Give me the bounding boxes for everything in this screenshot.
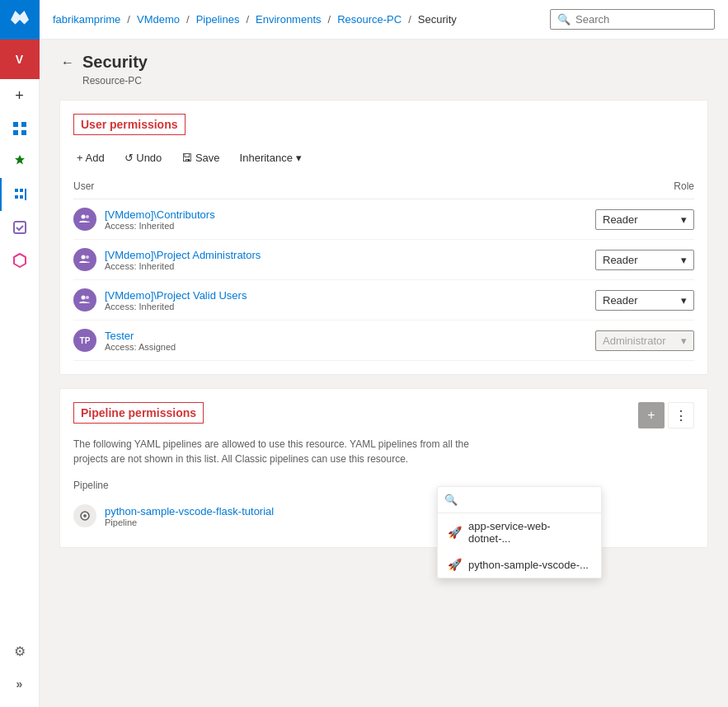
sidebar-item-pipelines[interactable]: [0, 178, 40, 211]
user-access-tester: Access: Assigned: [105, 342, 176, 352]
role-dropdown-tester[interactable]: Administrator ▾: [595, 330, 694, 351]
user-name-valid-users[interactable]: [VMdemo]\Project Valid Users: [105, 289, 247, 302]
breadcrumb-environments[interactable]: Environments: [256, 13, 321, 26]
table-row: TP Tester Access: Assigned Administrator…: [73, 321, 694, 361]
chevron-down-icon: ▾: [681, 335, 687, 347]
pipeline-actions: + ⋮: [638, 402, 694, 428]
table-row: [VMdemo]\Project Administrators Access: …: [73, 240, 694, 280]
breadcrumb-resource-pc[interactable]: Resource-PC: [337, 13, 402, 26]
table-row: [VMdemo]\Project Valid Users Access: Inh…: [73, 280, 694, 321]
user-info-admins: [VMdemo]\Project Administrators Access: …: [105, 249, 261, 271]
chevron-down-icon: ▾: [681, 254, 687, 266]
svg-point-7: [82, 255, 86, 260]
user-permissions-toolbar: + Add ↺ Undo 🖫 Save Inheritance ▾: [73, 148, 694, 167]
breadcrumb-sep-3: /: [246, 13, 249, 26]
undo-label: ↺ Undo: [124, 152, 162, 164]
user-cell-valid-users: [VMdemo]\Project Valid Users Access: Inh…: [73, 288, 247, 311]
page-title: Security: [82, 53, 148, 72]
pipeline-header-left: Pipeline permissions The following YAML …: [73, 402, 469, 476]
sidebar-item-repos[interactable]: [0, 145, 40, 178]
sidebar-item-boards[interactable]: [0, 112, 40, 145]
inheritance-label: Inheritance: [240, 152, 293, 164]
sidebar: V + ⚙ »: [0, 0, 40, 707]
add-label: + Add: [77, 152, 105, 164]
pipeline-type: Pipeline: [105, 517, 274, 527]
back-button[interactable]: ←: [59, 54, 76, 72]
user-info-tester: Tester Access: Assigned: [105, 330, 176, 352]
pipeline-description: The following YAML pipelines are allowed…: [73, 437, 469, 466]
table-row: [VMdemo]\Contributors Access: Inherited …: [73, 199, 694, 240]
save-button[interactable]: 🖫 Save: [178, 148, 223, 167]
chevron-down-icon: ▾: [681, 294, 687, 307]
pipeline-name[interactable]: python-sample-vscode-flask-tutorial: [105, 505, 274, 517]
page-subtitle: Resource-PC: [82, 75, 708, 87]
search-input[interactable]: [575, 13, 707, 26]
svg-rect-1: [13, 130, 18, 135]
user-cell-contributors: [VMdemo]\Contributors Access: Inherited: [73, 208, 215, 231]
breadcrumb-sep-5: /: [408, 13, 411, 26]
search-icon: 🔍: [557, 13, 571, 26]
svg-rect-3: [21, 130, 26, 135]
user-avatar-tester: TP: [73, 329, 96, 352]
sidebar-item-expand[interactable]: »: [0, 667, 40, 700]
role-dropdown-contributors[interactable]: Reader ▾: [595, 209, 694, 230]
breadcrumb-vmdemo[interactable]: VMdemo: [137, 13, 180, 26]
svg-point-8: [86, 255, 89, 259]
svg-point-6: [86, 215, 89, 218]
content-area: ← Security Resource-PC User permissions …: [40, 40, 728, 707]
role-dropdown-valid-users[interactable]: Reader ▾: [595, 290, 694, 311]
main-area: fabrikamprime / VMdemo / Pipelines / Env…: [40, 0, 728, 707]
pipeline-permissions-title: Pipeline permissions: [73, 402, 204, 424]
user-name-tester[interactable]: Tester: [105, 330, 176, 342]
user-avatar[interactable]: V: [0, 40, 40, 79]
sidebar-item-testplans[interactable]: [0, 211, 40, 244]
inheritance-button[interactable]: Inheritance ▾: [237, 148, 305, 167]
svg-point-5: [82, 215, 86, 219]
sidebar-item-artifacts[interactable]: [0, 244, 40, 277]
pipeline-more-button[interactable]: ⋮: [668, 402, 694, 428]
user-permissions-table: User Role [VMdemo]\Contributors Access: …: [73, 177, 694, 361]
user-column-header: User: [73, 180, 94, 192]
pipeline-add-button[interactable]: +: [638, 402, 665, 428]
dropdown-item-2[interactable]: 🚀 python-sample-vscode-...: [438, 551, 601, 578]
dropdown-item-1[interactable]: 🚀 app-service-web-dotnet-...: [438, 513, 601, 551]
table-header: User Role: [73, 177, 694, 199]
user-permissions-card: User permissions + Add ↺ Undo 🖫 Save Inh…: [59, 100, 708, 375]
chevron-down-icon: ▾: [296, 152, 302, 164]
user-cell-admins: [VMdemo]\Project Administrators Access: …: [73, 248, 261, 271]
user-name-contributors[interactable]: [VMdemo]\Contributors: [105, 208, 215, 221]
pipeline-info: python-sample-vscode-flask-tutorial Pipe…: [105, 505, 274, 527]
user-name-admins[interactable]: [VMdemo]\Project Administrators: [105, 249, 261, 261]
pipeline-icon: [73, 504, 96, 527]
save-label: 🖫 Save: [181, 152, 219, 164]
chevron-down-icon: ▾: [681, 213, 687, 226]
role-dropdown-admins[interactable]: Reader ▾: [595, 250, 694, 270]
pipeline-rocket-icon: 🚀: [448, 526, 462, 539]
pipeline-permissions-card: Pipeline permissions The following YAML …: [59, 388, 708, 548]
dropdown-search-input[interactable]: [463, 494, 594, 506]
page-header: ← Security: [59, 53, 708, 72]
svg-rect-4: [14, 222, 26, 233]
search-box[interactable]: 🔍: [550, 9, 715, 30]
svg-rect-2: [21, 122, 26, 127]
user-access-valid-users: Access: Inherited: [105, 302, 247, 311]
user-group-icon: [73, 208, 96, 231]
breadcrumb-sep-2: /: [186, 13, 190, 26]
breadcrumb-fabrikamprime[interactable]: fabrikamprime: [53, 13, 120, 26]
sidebar-item-new[interactable]: +: [0, 79, 40, 112]
breadcrumb-sep-4: /: [328, 13, 331, 26]
user-info-contributors: [VMdemo]\Contributors Access: Inherited: [105, 208, 215, 231]
breadcrumb-pipelines[interactable]: Pipelines: [196, 13, 240, 26]
svg-point-9: [82, 296, 86, 300]
sidebar-bottom: ⚙ »: [0, 634, 40, 707]
sidebar-logo[interactable]: [0, 0, 40, 40]
user-info-valid-users: [VMdemo]\Project Valid Users Access: Inh…: [105, 289, 247, 311]
user-group-icon: [73, 248, 96, 271]
undo-button[interactable]: ↺ Undo: [121, 148, 166, 167]
user-cell-tester: TP Tester Access: Assigned: [73, 329, 176, 352]
svg-point-10: [86, 296, 89, 299]
add-button[interactable]: + Add: [73, 148, 108, 167]
topnav: fabrikamprime / VMdemo / Pipelines / Env…: [40, 0, 728, 40]
breadcrumb-security: Security: [418, 13, 457, 26]
sidebar-item-settings[interactable]: ⚙: [0, 634, 40, 667]
